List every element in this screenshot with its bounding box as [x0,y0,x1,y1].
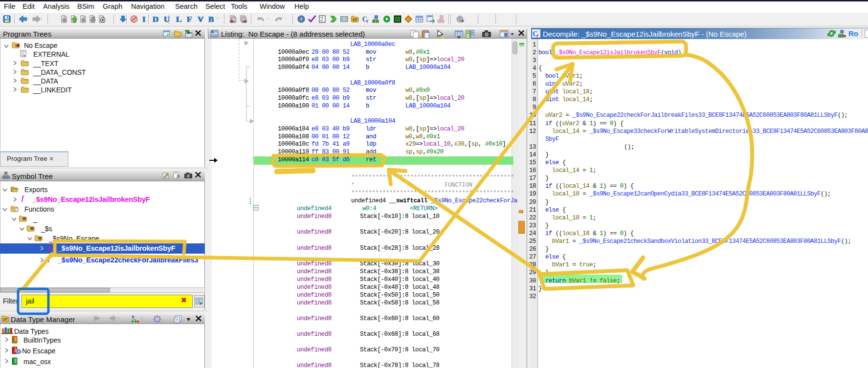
svg-text:DT: DT [353,18,358,22]
svg-text:DT: DT [3,318,8,321]
svg-text:01: 01 [320,19,323,22]
svg-text:f: f [367,19,369,23]
